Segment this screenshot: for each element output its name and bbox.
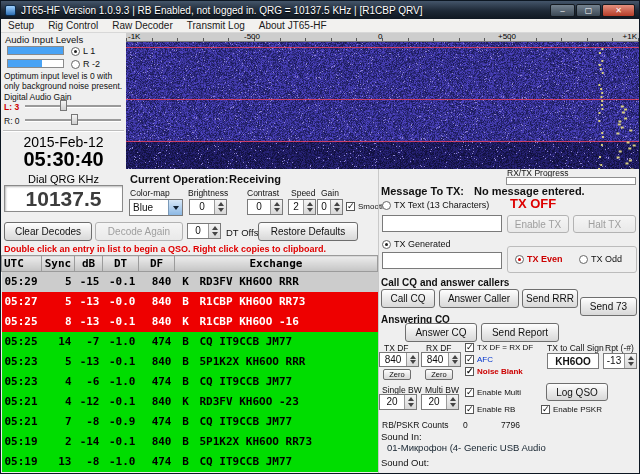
table-row[interactable]: 05:192-14-0.1840B5P1K2X KH6OO RR73 [2,432,378,452]
minimize-button-icon[interactable]: – [550,4,575,17]
right-level-meter [7,59,64,68]
contrast-spinner[interactable]: 0 [247,199,283,215]
right-channel-radio[interactable]: R -2 [71,59,100,69]
enable-multi-checkbox[interactable]: Enable Multi [465,388,521,397]
txdf-eq-rxdf-checkbox[interactable]: TX DF = RX DF [465,343,533,352]
tx-text-radio[interactable]: TX Text (13 Characters) [382,200,489,210]
table-row[interactable]: 05:1913-8-1.0474BCQ IT9CCB JM77 [2,452,378,472]
menu-item-about-jt65-hf[interactable]: About JT65-HF [252,19,334,32]
decode-again-button[interactable]: Decode Again [95,222,183,241]
title-bar[interactable]: JT65-HF Version 1.0.9.3 | RB Enabled, no… [1,1,639,19]
spinner-arrows-icon[interactable] [624,354,636,368]
tx-to-call-sign-input[interactable] [547,353,599,369]
tx-odd-label: TX Odd [591,254,622,264]
halt-tx-button[interactable]: Halt TX [573,215,636,233]
table-row[interactable]: 05:258-13-0.1840KR1CBP KH6OO -16 [2,312,378,332]
sync-cell: 7 [42,412,75,432]
send-report-button[interactable]: Send Report [481,323,559,342]
gain-spinner[interactable]: 0 [317,199,343,215]
slider-thumb[interactable] [60,100,67,111]
slider-thumb[interactable] [71,114,78,125]
radio-dot-icon [382,240,391,249]
sync-cell: 4 [42,372,75,392]
single-bw-spinner[interactable]: 20 [379,394,417,410]
decode-table: UTC Sync dB DT DF Exchange 05:295-15-0.1… [1,255,378,472]
menu-item-transmit-log[interactable]: Transmit Log [180,19,252,32]
enable-tx-button[interactable]: Enable TX [507,215,569,233]
tx-generated-input[interactable] [382,252,502,269]
spinner-arrows-icon[interactable] [446,395,458,409]
answer-cq-button[interactable]: Answer CQ [405,323,477,342]
spinner-arrows-icon[interactable] [303,200,315,214]
left-channel-radio[interactable]: L 1 [71,46,95,56]
spinner-arrows-icon[interactable] [404,395,416,409]
spinner-arrows-icon[interactable] [270,200,282,214]
tx-generated-radio[interactable]: TX Generated [382,239,451,249]
tx-even-radio[interactable]: TX Even [515,254,563,264]
rx-df-spinner[interactable]: 840 [421,352,461,367]
call-cq-button[interactable]: Call CQ [381,289,435,308]
checkbox-icon [541,405,550,414]
brightness-spinner[interactable]: 0 [189,199,227,215]
left-gain-slider[interactable] [25,100,121,111]
chevron-down-icon[interactable] [168,200,182,215]
radio-dot-icon [71,47,80,56]
close-button-icon[interactable]: ✕ [602,4,635,17]
df-cell: 474 [139,372,175,392]
right-gain-slider[interactable] [25,114,121,125]
table-row[interactable]: 05:234-6-1.0474BCQ IT9CCB JM77 [2,372,378,392]
speed-spinner[interactable]: 2 [288,199,316,215]
send-rrr-button[interactable]: Send RRR [522,289,578,308]
table-row[interactable]: 05:2514-7-1.0474BCQ IT9CCB JM77 [2,332,378,352]
table-row[interactable]: 05:214-12-0.1840KRD3FV KH6OO -23 [2,392,378,412]
tx-text-input[interactable] [382,215,502,232]
dt-offset-spinner[interactable]: 0 [187,223,221,239]
tx-odd-radio[interactable]: TX Odd [579,254,622,264]
table-row[interactable]: 05:275-13-0.0840BR1CBP KH6OO RR73 [2,292,378,312]
db-cell: -12 [75,392,103,412]
colormap-select[interactable]: Blue [129,199,183,216]
menu-item-raw-decoder[interactable]: Raw Decoder [105,19,180,32]
colormap-label: Color-map [130,188,170,198]
right-level-fill [8,60,42,67]
sound-in-device[interactable]: 01-Микрофон (4- Generic USB Audio [387,442,546,453]
enable-rb-checkbox[interactable]: Enable RB [465,405,515,414]
pskr-count-value: 7796 [501,420,520,430]
enable-pskr-checkbox[interactable]: Enable PSKR [541,405,602,414]
menu-item-setup[interactable]: Setup [1,19,41,32]
log-qso-button[interactable]: Log QSO [546,383,608,401]
smooth-checkbox[interactable]: Smooth [346,202,386,211]
rx-df-zero-button[interactable]: Zero [425,369,453,380]
maximize-button-icon[interactable]: ▢ [576,4,601,17]
checkbox-icon [465,367,474,376]
table-row[interactable]: 05:295-15-0.1840KRD3FV KH6OO RRR [2,272,378,292]
spinner-arrows-icon[interactable] [214,200,226,214]
df-cell: 840 [139,432,175,452]
send-73-button[interactable]: Send 73 [580,297,637,316]
tx-df-zero-button[interactable]: Zero [383,369,411,380]
noise-blank-checkbox[interactable]: Noise Blank [465,367,523,376]
waterfall-canvas[interactable] [126,42,639,169]
rpt-spinner[interactable]: -13 [603,353,637,369]
dial-qrg-label: Dial QRG KHz [1,173,126,185]
tx-df-spinner[interactable]: 840 [379,352,419,367]
table-row[interactable]: 05:217-8-0.9474BCQ IT9CCB JM77 [2,412,378,432]
menu-item-rig-control[interactable]: Rig Control [41,19,105,32]
table-row[interactable]: 05:235-13-0.1840B5P1K2X KH6OO RRR [2,352,378,372]
noise-blank-label: Noise Blank [477,367,523,376]
app-icon [5,5,16,16]
df-header: DF [139,256,175,272]
spinner-arrows-icon[interactable] [406,353,418,366]
current-operation-value: Receiving [229,173,281,185]
db-cell: -13 [75,292,103,312]
afc-checkbox[interactable]: AFC [465,355,493,364]
multi-bw-spinner[interactable]: 20 [421,394,459,410]
spinner-arrows-icon[interactable] [330,200,342,214]
spinner-arrows-icon[interactable] [208,224,220,238]
restore-defaults-button[interactable]: Restore Defaults [258,222,358,241]
clear-decodes-button[interactable]: Clear Decodes [4,222,92,241]
menu-bar: SetupRig ControlRaw DecoderTransmit LogA… [1,19,639,33]
answer-caller-button[interactable]: Answer Caller [439,289,519,308]
spinner-arrows-icon[interactable] [448,353,460,366]
exchange-cell: 5P1K2X KH6OO RR73 [197,432,378,452]
